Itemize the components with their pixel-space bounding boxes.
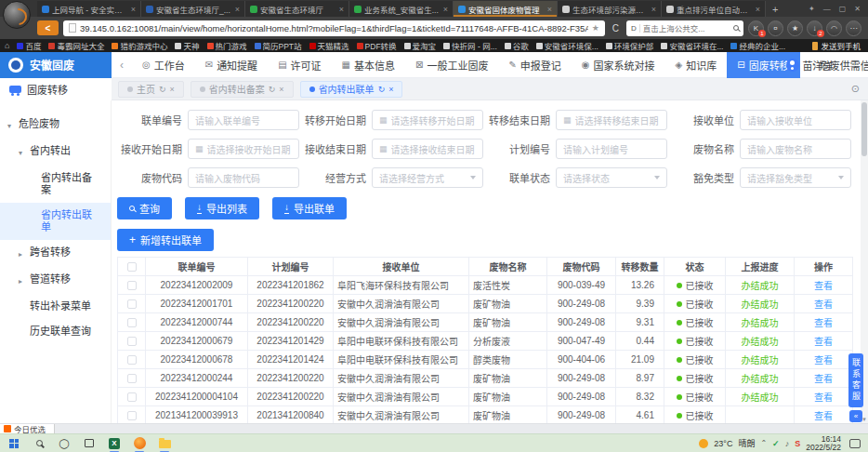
notification-center-icon[interactable] [849,439,861,448]
browser-360-icon[interactable] [133,437,146,450]
browser-action-button[interactable]: ¤ [768,20,783,36]
search-icon[interactable] [733,25,739,31]
sidebar-item[interactable]: ▾ 危险废物 [0,112,111,139]
sidebar-item[interactable]: 省内转出联单 [0,203,111,240]
browser-action-button[interactable]: ↓ 2 [807,20,822,36]
filter-input[interactable]: ▦ 请输入废物名称 [740,139,851,159]
browser-tab[interactable]: 安徽省生态环境厅_... × [141,1,245,17]
filter-input[interactable]: ▦ 请选择状态 [556,167,667,188]
weather-desc[interactable]: 晴朗 [738,437,755,449]
browser-action-button[interactable]: K 1 [748,20,764,36]
home-icon[interactable]: ⌂ [5,41,9,50]
browser-action-button[interactable]: ⋯ [846,20,861,36]
view-link[interactable]: 查看 [814,337,833,347]
tabs-options-icon[interactable]: ⊙ [851,83,860,95]
bookmark-item[interactable]: 安徽省环境保... [533,40,602,51]
tab-close-icon[interactable]: × [756,5,760,14]
row-checkbox[interactable] [127,374,137,383]
chevron-down-icon[interactable]: ⌄ [838,60,868,70]
export-list-button[interactable]: ↓ 导出列表 [185,197,259,219]
url-text[interactable]: 39.145.0.162:10081/main/view/home/horizo… [80,23,588,33]
tray-volume-icon[interactable]: ♪ [785,439,790,448]
page-tab[interactable]: 省内转出联单 ↻ × [300,81,403,98]
row-checkbox[interactable] [127,411,137,420]
bookmark-item[interactable]: 热门游戏 [204,40,251,51]
sidebar-item[interactable]: ▸ 跨省转移 [0,240,111,267]
filter-input[interactable]: ▦ 请输入接收单位 [740,110,851,130]
search-engine-icon[interactable]: D [631,24,640,33]
filter-input[interactable]: ▦ 请选择接收开始日期 [188,139,299,159]
filter-input[interactable]: ▦ 请输入计划编号 [556,139,667,159]
tab-close-icon[interactable]: × [443,5,448,14]
quick-launch-toolbar[interactable]: 今日优选 [0,424,55,434]
bookmark-item[interactable]: 经典的企业... [727,40,789,51]
view-link[interactable]: 查看 [814,318,833,328]
page-tab[interactable]: 省内转出备案 ↻ × [191,81,294,98]
nav-item[interactable]: ✉ 通知提醒 [195,52,268,78]
bookmark-item[interactable]: 猎豹游戏中心 [108,40,171,51]
page-tab[interactable]: 主页 ↻ × [118,81,184,98]
table-row[interactable]: 20223412002009 2022341201862 阜阳飞海环保科技有限公… [118,276,853,295]
scrollbar-thumb[interactable] [861,102,867,156]
table-row[interactable]: 20223412000679 2022341201429 阜阳中电联环保科技有限… [118,332,853,351]
bookmark-item[interactable]: 环境保护部 [602,40,658,51]
browser-tab[interactable]: 重点排污单位自动监... × [662,1,766,17]
export-manifest-button[interactable]: ↓ 导出联单 [272,197,347,219]
sidebar-item[interactable]: 历史联单查询 [0,319,111,344]
browser-action-button[interactable]: ◠ [826,20,842,36]
bookmark-star-icon[interactable]: ★ [592,23,599,33]
row-checkbox[interactable] [127,392,137,402]
table-row[interactable]: 20223412000744 2022341200220 安徽中久润滑油有限公司… [118,313,853,332]
filter-input[interactable]: ▦ 请选择接收结束日期 [372,139,483,159]
add-manifest-button[interactable]: + 新增转出联单 [117,229,214,251]
nav-item[interactable]: ◈ 知识库 [665,52,728,78]
bookmark-item[interactable]: 快折网 - 网... [440,40,501,51]
collapse-widget-button[interactable]: « [849,410,862,422]
row-checkbox[interactable] [127,337,137,346]
send-to-phone-button[interactable]: 发送到手机 [812,40,863,51]
skin-icon[interactable]: ✦ [809,5,815,13]
table-row[interactable]: 2021341200039913 2021341200840 安徽中久润滑油有限… [118,406,853,424]
tab-close-icon[interactable]: × [388,85,393,94]
nav-item[interactable]: ✎ 申报登记 [498,52,571,78]
view-link[interactable]: 查看 [814,374,833,384]
tab-refresh-icon[interactable]: ↻ [378,85,386,94]
minimize-button[interactable]: — [823,5,831,13]
bookmark-item[interactable]: PDF转换 [353,40,401,51]
close-button[interactable]: ✕ [854,5,861,13]
bookmark-item[interactable]: 简历PPT站 [251,40,306,51]
bookmark-item[interactable]: 百度 [13,40,45,51]
filter-input[interactable]: ▦ 请选择转移开始日期 [372,110,483,130]
filter-input[interactable]: ▦ 请输入联单编号 [188,110,299,130]
sidebar-item[interactable]: ▾ 省内转出 [0,139,111,166]
tab-close-icon[interactable]: × [235,5,240,14]
back-button[interactable]: < [37,20,59,35]
table-row[interactable]: 20223412000244 2022341200220 安徽中久润滑油有限公司… [118,369,853,388]
browser-logo-icon[interactable] [3,1,31,29]
nav-item[interactable]: ◎ 工作台 [132,52,195,78]
weather-temp[interactable]: 23°C [714,439,732,448]
filter-input[interactable]: ▦ 请选择经营方式 [372,167,483,188]
filter-input[interactable]: ▦ 请输入废物代码 [188,167,299,188]
user-menu[interactable]: 苗洋洋 [782,58,838,73]
refresh-button[interactable]: C [610,23,622,33]
tab-close-icon[interactable]: × [547,5,552,14]
row-checkbox[interactable] [127,299,137,309]
tab-close-icon[interactable]: × [170,85,175,94]
filter-input[interactable]: ▦ 请选择豁免类型 [740,167,851,188]
nav-item[interactable]: ▦ 基本信息 [332,52,405,78]
browser-action-button[interactable]: ★ [787,20,803,36]
browser-tab[interactable]: 生态环境部污染源监... × [558,1,662,17]
view-link[interactable]: 查看 [814,392,833,403]
table-row[interactable]: 20223412000678 2022341201424 阜阳中电联环保科技有限… [118,351,853,369]
tab-refresh-icon[interactable]: ↻ [269,85,276,94]
browser-tab[interactable]: 安徽省生态环境厅 × [245,1,349,17]
sidebar-item[interactable]: 转出补录菜单 [0,294,111,319]
table-row[interactable]: 2022341200004104 2022341200220 安徽中久润滑油有限… [118,388,853,406]
view-link[interactable]: 查看 [814,411,833,421]
start-button[interactable] [7,437,20,450]
excel-icon[interactable]: X [108,437,121,450]
sidebar-item[interactable]: 省内转出备案 [0,166,111,203]
bookmark-item[interactable]: 天猫精选 [306,40,353,51]
tab-close-icon[interactable]: × [131,5,136,14]
